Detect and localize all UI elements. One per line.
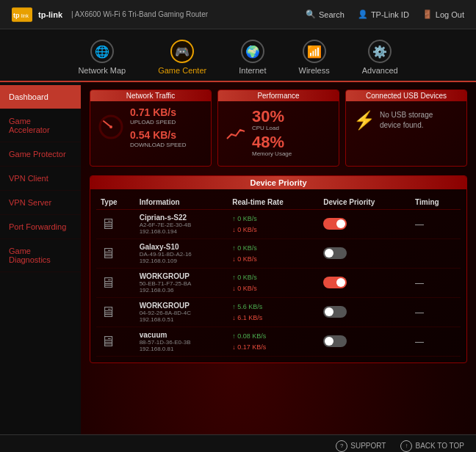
- monitor-icon: 🖥: [101, 304, 115, 320]
- usb-card: Connected USB Devices ⚡ No USB storage d…: [345, 90, 467, 167]
- nav-item-game-center[interactable]: 🎮 Game Center: [142, 35, 223, 81]
- priority-toggle[interactable]: [323, 306, 347, 318]
- sidebar-item-port-forwarding[interactable]: Port Forwarding: [0, 215, 81, 239]
- back-to-top-icon: ↑: [400, 440, 412, 452]
- nav-item-wireless[interactable]: 📶 Wireless: [283, 35, 346, 81]
- device-rate: ↑ 5.6 KB/s ↓ 6.1 KB/s: [228, 298, 319, 327]
- internet-icon: 🌍: [241, 40, 264, 63]
- nav-label-wireless: Wireless: [299, 66, 330, 75]
- sidebar-item-game-diagnostics[interactable]: Game Diagnostics: [0, 239, 81, 272]
- device-ip: 192.168.0.109: [140, 258, 224, 264]
- network-traffic-card: Network Traffic 0.71 KB/s UPLOAD SPEED: [90, 90, 212, 167]
- model-name: | AX6600 Wi-Fi 6 Tri-Band Gaming Router: [71, 10, 208, 18]
- usb-title: Connected USB Devices: [346, 90, 466, 101]
- priority-toggle[interactable]: [323, 218, 347, 230]
- logo: tp link tp-link | AX6600 Wi-Fi 6 Tri-Ban…: [12, 7, 208, 22]
- device-type-icon: 🖥: [96, 298, 135, 327]
- device-name: WORKGROUP: [140, 302, 224, 310]
- device-priority-toggle-cell: [319, 298, 411, 327]
- nav-item-advanced[interactable]: ⚙️ Advanced: [346, 35, 414, 81]
- performance-card: Performance 30% CPU Load 48% Memory Usag…: [217, 90, 339, 167]
- performance-chart-icon: [226, 123, 246, 143]
- main-content: Dashboard Game Accelerator Game Protecto…: [0, 82, 476, 434]
- upload-rate: ↑ 5.6 KB/s: [232, 302, 314, 312]
- cpu-load: 30% CPU Load: [252, 109, 292, 131]
- search-icon: 🔍: [306, 10, 316, 19]
- device-timing: —: [411, 210, 461, 239]
- device-ip: 192.168.0.51: [140, 316, 224, 323]
- table-row: 🖥 WORKGROUP 04-92-26-8A-8D-4C 192.168.0.…: [96, 298, 461, 327]
- priority-toggle[interactable]: [323, 247, 347, 259]
- upload-rate: ↑ 0 KB/s: [232, 214, 314, 224]
- device-name: vacuum: [140, 331, 224, 339]
- monitor-icon: 🖥: [101, 245, 115, 261]
- device-priority-toggle-cell: [319, 239, 411, 269]
- sidebar: Dashboard Game Accelerator Game Protecto…: [0, 82, 81, 434]
- device-ip: 192.168.0.81: [140, 346, 224, 352]
- performance-values: 30% CPU Load 48% Memory Usage: [252, 109, 292, 157]
- network-traffic-content: 0.71 KB/s UPLOAD SPEED 0.54 KB/s DOWNLOA…: [98, 106, 203, 148]
- monitor-icon: 🖥: [101, 274, 115, 291]
- col-info: Information: [135, 195, 228, 210]
- memory-usage: 48% Memory Usage: [252, 134, 292, 157]
- performance-content: 30% CPU Load 48% Memory Usage: [226, 106, 331, 160]
- col-type: Type: [96, 195, 135, 210]
- performance-title: Performance: [218, 90, 339, 101]
- device-timing: —: [411, 269, 461, 298]
- sidebar-item-vpn-server[interactable]: VPN Server: [0, 191, 81, 215]
- device-type-icon: 🖥: [96, 269, 135, 298]
- main-nav: 🌐 Network Map 🎮 Game Center 🌍 Internet 📶…: [0, 29, 476, 82]
- advanced-icon: ⚙️: [368, 40, 392, 63]
- usb-message: No USB storage device found.: [380, 110, 433, 131]
- priority-toggle[interactable]: [323, 277, 347, 288]
- device-mac: 88-57-1D-36-E0-3B: [140, 339, 224, 346]
- search-button[interactable]: 🔍 Search: [306, 10, 345, 19]
- col-priority: Device Priority: [319, 195, 411, 210]
- sidebar-item-game-accelerator[interactable]: Game Accelerator: [0, 109, 81, 142]
- network-traffic-title: Network Traffic: [90, 90, 211, 101]
- game-center-icon: 🎮: [170, 40, 194, 63]
- usb-content: ⚡ No USB storage device found.: [353, 106, 459, 135]
- header: tp link tp-link | AX6600 Wi-Fi 6 Tri-Ban…: [0, 0, 476, 29]
- table-row: 🖥 Galaxy-S10 DA-49-91-8D-A2-16 192.168.0…: [96, 239, 461, 269]
- back-to-top-button[interactable]: ↑ BACK TO TOP: [400, 440, 464, 452]
- upload-rate: ↑ 0 KB/s: [232, 243, 314, 253]
- device-priority-table: Type Information Real-time Rate Device P…: [96, 195, 461, 357]
- footer: ? SUPPORT ↑ BACK TO TOP: [0, 434, 476, 452]
- tplink-id-button[interactable]: 👤 TP-Link ID: [358, 10, 409, 19]
- sidebar-item-dashboard[interactable]: Dashboard: [0, 85, 81, 109]
- monitor-icon: 🖥: [101, 216, 115, 232]
- device-ip: 192.168.0.194: [140, 228, 224, 235]
- support-button[interactable]: ? SUPPORT: [336, 440, 386, 452]
- device-rate: ↑ 0 KB/s ↓ 0 KB/s: [228, 210, 319, 239]
- nav-label-advanced: Advanced: [362, 66, 398, 75]
- download-rate: ↓ 0 KB/s: [232, 254, 314, 264]
- logout-icon: 🚪: [422, 10, 433, 19]
- device-name: Ciprian-s-S22: [140, 214, 224, 222]
- svg-text:link: link: [21, 13, 29, 18]
- user-icon: 👤: [358, 10, 368, 19]
- device-type-icon: 🖥: [96, 210, 135, 239]
- support-icon: ?: [336, 440, 347, 452]
- brand-name: tp-link: [38, 10, 62, 19]
- device-timing: —: [411, 298, 461, 327]
- stats-row: Network Traffic 0.71 KB/s UPLOAD SPEED: [90, 90, 467, 167]
- nav-item-network-map[interactable]: 🌐 Network Map: [62, 35, 142, 81]
- logout-button[interactable]: 🚪 Log Out: [422, 10, 464, 19]
- device-priority-section: Device Priority Type Information Real-ti…: [90, 175, 467, 363]
- sidebar-item-vpn-client[interactable]: VPN Client: [0, 167, 81, 191]
- upload-rate: ↑ 0.08 KB/s: [232, 331, 314, 341]
- device-mac: A2-6F-7E-2E-30-4B: [140, 222, 224, 228]
- device-ip: 192.168.0.36: [140, 287, 224, 294]
- upload-rate: ↑ 0 KB/s: [232, 272, 314, 282]
- traffic-values: 0.71 KB/s UPLOAD SPEED 0.54 KB/s DOWNLOA…: [130, 106, 203, 148]
- speed-gauge-icon: [98, 114, 124, 140]
- sidebar-item-game-protector[interactable]: Game Protector: [0, 142, 81, 167]
- col-rate: Real-time Rate: [228, 195, 319, 210]
- svg-text:tp: tp: [13, 12, 20, 19]
- nav-item-internet[interactable]: 🌍 Internet: [223, 35, 282, 81]
- nav-label-internet: Internet: [239, 66, 266, 75]
- device-priority-toggle-cell: [319, 210, 411, 239]
- content-area: Network Traffic 0.71 KB/s UPLOAD SPEED: [81, 82, 476, 434]
- priority-toggle[interactable]: [323, 335, 347, 347]
